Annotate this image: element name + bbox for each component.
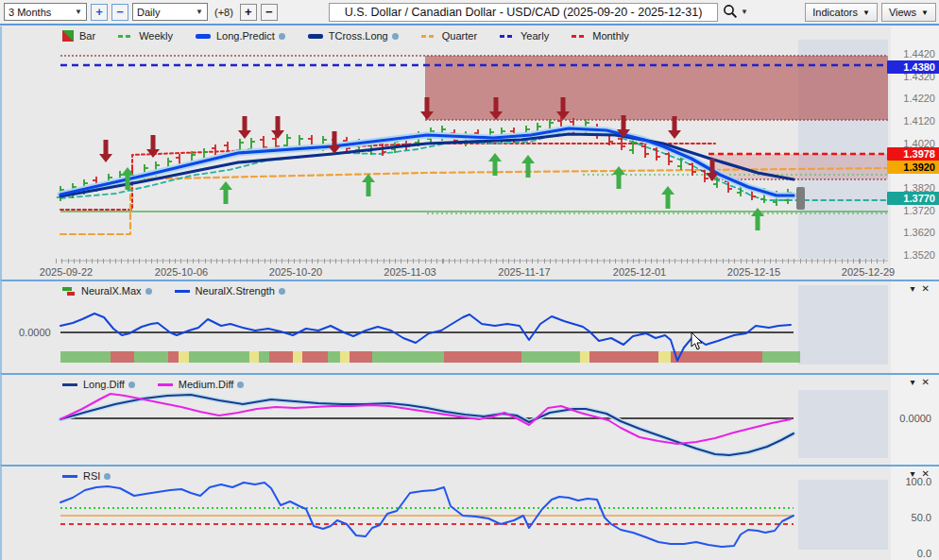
future-band <box>798 285 888 365</box>
rsi-axis-label: 50.0 <box>912 512 931 523</box>
neuralx-max-segment <box>521 351 580 363</box>
legend-item-tcross-long[interactable]: TCross.Long <box>308 30 399 42</box>
neuralx-axis-margin <box>891 281 939 373</box>
rsi-panel-controls: ▾ ✕ <box>911 468 930 480</box>
buy-arrow-icon <box>362 174 375 196</box>
legend-item-neuralx-strength[interactable]: NeuralX.Strength <box>175 285 285 297</box>
search-icon[interactable] <box>723 4 738 19</box>
price-axis[interactable]: 1.44201.43201.42201.41201.40201.38201.37… <box>891 26 939 280</box>
indicators-button[interactable]: Indicators ▼ <box>805 3 878 22</box>
line-swatch-icon <box>158 383 173 386</box>
dash-swatch-icon <box>421 35 436 38</box>
rsi-axis-label: 0.0 <box>917 548 931 559</box>
dash-swatch-icon <box>572 35 587 38</box>
buy-arrow-icon <box>219 181 232 204</box>
range-zoom-out-button[interactable]: − <box>111 4 128 21</box>
offset-remove-button[interactable]: − <box>261 4 278 21</box>
range-select[interactable]: 3 Months ▼ <box>4 3 87 21</box>
diff-legend: Long.DiffMedium.Diff <box>62 379 244 390</box>
buy-arrow-icon <box>661 186 674 209</box>
neuralx-max-segment <box>249 351 259 363</box>
legend-item-bar[interactable]: Bar <box>62 30 95 42</box>
legend-item-quarter[interactable]: Quarter <box>421 30 477 42</box>
toolbar: 3 Months ▼ + − Daily ▼ (+8) + − U.S. Dol… <box>0 0 939 25</box>
dash-swatch-icon <box>118 35 133 38</box>
rsi-canvas[interactable] <box>2 467 891 560</box>
close-panel-icon[interactable]: ✕ <box>922 377 930 388</box>
legend-info-dot-icon[interactable] <box>279 288 285 295</box>
collapse-panel-icon[interactable]: ▾ <box>911 377 915 388</box>
neuralx-max-segment <box>580 351 589 363</box>
legend-info-dot-icon[interactable] <box>392 33 399 40</box>
neuralx-max-segment <box>589 351 658 363</box>
indicators-button-label: Indicators <box>812 7 858 18</box>
legend-label: Monthly <box>592 30 629 42</box>
neuralx-max-segment <box>671 351 762 363</box>
legend-info-dot-icon[interactable] <box>145 288 152 295</box>
search-dropdown-arrow-icon[interactable]: ▼ <box>741 8 748 16</box>
time-axis-label: 2025-12-01 <box>613 266 666 278</box>
line-swatch-icon <box>62 383 77 386</box>
legend-item-yearly[interactable]: Yearly <box>500 30 549 42</box>
neuralx-max-segment <box>179 351 189 363</box>
time-axis-label: 2025-12-29 <box>842 266 895 278</box>
legend-info-dot-icon[interactable] <box>237 382 244 388</box>
time-axis-label: 2025-10-06 <box>155 266 208 278</box>
legend-item-weekly[interactable]: Weekly <box>118 30 173 42</box>
legend-label: TCross.Long <box>329 30 388 42</box>
time-axis[interactable]: 2025-09-222025-10-062025-10-202025-11-03… <box>2 257 891 280</box>
price-level-badge: 1.4380 <box>887 60 939 74</box>
neuralx-max-segment <box>269 351 293 363</box>
diff-panel: Long.DiffMedium.Diff 0.0000 ▾ ✕ <box>0 373 939 465</box>
mouse-cursor <box>691 332 704 351</box>
bar-swatch-icon <box>62 30 74 42</box>
buy-arrow-icon <box>612 166 625 189</box>
neuralx-max-segment <box>372 351 444 363</box>
price-chart-canvas[interactable] <box>2 26 891 280</box>
long-diff-glow <box>60 395 794 455</box>
legend-label: Bar <box>79 30 95 42</box>
legend-label: RSI <box>83 470 100 482</box>
buy-arrow-icon <box>521 155 535 178</box>
neuralx-max-segment <box>134 351 168 363</box>
neuralx-max-segment <box>111 351 134 363</box>
legend-label: Long.Diff <box>83 379 125 390</box>
neuralx-max-segment <box>60 351 111 363</box>
neuralx-max-segment <box>328 351 340 363</box>
price-axis-label: 1.3720 <box>903 205 935 216</box>
legend-label: Yearly <box>521 30 549 42</box>
offset-add-button[interactable]: + <box>240 4 257 21</box>
dropdown-arrow-icon: ▼ <box>75 8 82 16</box>
toolbar-left-group: 3 Months ▼ + − Daily ▼ (+8) + − <box>4 3 278 21</box>
neuralx-zero-label: 0.0000 <box>19 327 51 338</box>
symbol-title[interactable]: U.S. Dollar / Canadian Dollar - USD/CAD … <box>329 3 718 22</box>
close-panel-icon[interactable]: ✕ <box>922 283 930 295</box>
neuralx-max-segment <box>302 351 328 363</box>
legend-item-monthly[interactable]: Monthly <box>572 30 629 42</box>
range-zoom-in-button[interactable]: + <box>91 4 108 21</box>
legend-info-dot-icon[interactable] <box>128 382 135 388</box>
legend-item-neuralx-max[interactable]: NeuralX.Max <box>62 285 152 297</box>
collapse-panel-icon[interactable]: ▾ <box>911 283 915 295</box>
sell-arrow-icon <box>271 116 284 139</box>
legend-item-long-predict[interactable]: Long.Predict <box>196 30 285 42</box>
legend-label: Medium.Diff <box>179 379 233 390</box>
range-select-value: 3 Months <box>9 7 51 18</box>
sell-arrow-icon <box>238 116 251 139</box>
close-panel-icon[interactable]: ✕ <box>922 468 930 480</box>
neuralx-max-segment <box>444 351 521 363</box>
legend-item-medium-diff[interactable]: Medium.Diff <box>158 379 244 390</box>
price-axis-label: 1.4120 <box>903 115 935 127</box>
future-band <box>798 480 888 550</box>
collapse-panel-icon[interactable]: ▾ <box>911 468 915 480</box>
neuralx-max-segment <box>350 351 372 363</box>
views-button[interactable]: Views ▼ <box>881 3 936 22</box>
price-chart-legend: BarWeeklyLong.PredictTCross.LongQuarterY… <box>62 30 629 42</box>
legend-info-dot-icon[interactable] <box>104 473 111 480</box>
legend-item-rsi[interactable]: RSI <box>62 470 111 482</box>
legend-item-long-diff[interactable]: Long.Diff <box>62 379 135 390</box>
interval-select[interactable]: Daily ▼ <box>132 3 208 21</box>
price-level-badge: 1.3770 <box>887 192 939 205</box>
legend-info-dot-icon[interactable] <box>279 33 285 40</box>
neuralx-max-segment <box>293 351 302 363</box>
